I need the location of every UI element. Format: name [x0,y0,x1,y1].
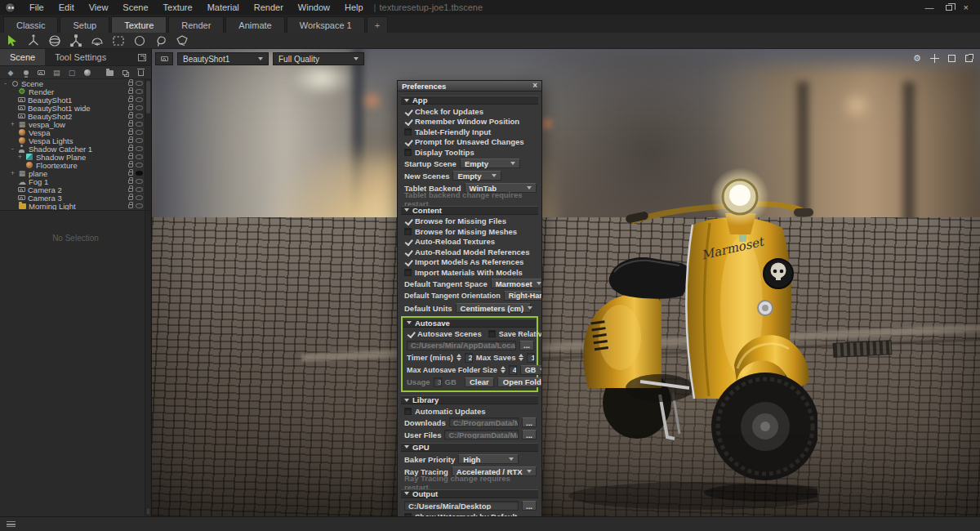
checkbox[interactable] [404,258,412,266]
visibility-eye-icon[interactable] [136,171,143,176]
visibility-eye-icon[interactable] [136,146,143,151]
new-folder-icon[interactable] [106,68,114,77]
visibility-eye-icon[interactable] [136,179,143,184]
folder-size-unit-dropdown[interactable]: GB [520,365,541,375]
minimize-button[interactable]: — [925,2,934,12]
timer-stepper[interactable] [457,354,461,361]
visibility-eye-icon[interactable] [136,105,143,110]
checkbox[interactable] [404,217,412,225]
autosave-path-field[interactable]: C:/Users/Mira/AppData/Local/Marmos [407,341,516,350]
menu-help[interactable]: Help [337,2,371,12]
add-camera-icon[interactable] [38,68,46,77]
pref-check-row[interactable]: Remember Window Position [401,117,538,127]
expand-toggle[interactable]: + [10,120,16,128]
section-header-gpu[interactable]: GPU [401,443,538,452]
polygon-select-icon[interactable] [173,33,191,48]
menu-window[interactable]: Window [291,2,337,12]
tab-tool-settings[interactable]: Tool Settings [45,49,116,65]
lock-icon[interactable] [128,90,133,94]
tree-row-plane[interactable]: +▦plane [0,169,145,177]
section-header-app[interactable]: App [401,96,538,105]
log-hamburger-icon[interactable] [7,521,16,527]
lock-icon[interactable] [128,106,133,110]
lock-icon[interactable] [128,123,133,127]
lasso-select-icon[interactable] [152,33,170,48]
new-scenes-dropdown[interactable]: Empty [452,171,501,181]
duplicate-icon[interactable] [121,68,129,77]
lock-icon[interactable] [128,155,133,159]
checkbox[interactable] [404,149,412,156]
tab-classic[interactable]: Classic [3,16,58,33]
tree-row-fog[interactable]: ☁Fog 1 [0,177,145,185]
visibility-eye-icon[interactable] [136,97,143,102]
menu-material[interactable]: Material [200,2,247,12]
pivot-tool-icon[interactable] [88,33,106,48]
close-window-button[interactable]: × [964,2,969,12]
lock-icon[interactable] [128,139,133,143]
tab-texture[interactable]: Texture [111,16,167,33]
section-header-content[interactable]: Content [401,206,538,215]
tree-row-morning-light[interactable]: Morning Light [0,202,145,210]
visibility-eye-icon[interactable] [136,203,143,208]
pref-check-row[interactable]: Display Tooltips [401,147,538,158]
lock-icon[interactable] [128,163,133,167]
menu-scene[interactable]: Scene [115,2,155,12]
tree-scrollbar[interactable] [145,79,151,210]
marquee-select-icon[interactable] [109,33,127,48]
tree-row-beautyshot1[interactable]: BeautyShot1 [0,96,145,104]
viewport-3d[interactable]: Marmoset [152,49,980,516]
pref-check-row[interactable]: Browse for Missing Meshes [401,226,538,237]
tree-row-vespa-lights[interactable]: Vespa Lights [0,136,145,145]
tab-scene[interactable]: Scene [0,49,45,65]
viewport-pan-icon[interactable] [929,53,939,63]
pref-check-row[interactable]: Browse for Missing Files [401,216,538,227]
default-units-dropdown[interactable]: Centimeters (cm) [456,303,531,313]
camera-select-dropdown[interactable]: BeautyShot1 [177,52,269,65]
baker-priority-dropdown[interactable]: High [458,454,519,464]
quality-select-dropdown[interactable]: Full Quality [273,52,364,65]
clear-button[interactable]: Clear [465,377,494,387]
visibility-eye-icon[interactable] [136,195,143,200]
expand-toggle[interactable]: - [10,145,16,153]
delete-icon[interactable] [136,68,145,77]
lock-icon[interactable] [128,188,133,192]
menu-file[interactable]: File [22,2,51,12]
lock-icon[interactable] [128,204,133,208]
startup-scene-dropdown[interactable]: Empty [460,158,520,168]
visibility-eye-icon[interactable] [136,130,143,135]
visibility-eye-icon[interactable] [136,114,143,118]
lock-icon[interactable] [128,98,133,102]
visibility-eye-icon[interactable] [136,138,143,143]
tree-row-beautyshot2[interactable]: BeautyShot2 [0,112,145,120]
menu-texture[interactable]: Texture [156,2,200,12]
user-files-path-field[interactable]: C:/ProgramData/Marmoset T- [444,430,519,440]
tree-row-vespa[interactable]: Vespa [0,128,145,136]
expand-toggle[interactable]: - [2,79,8,87]
checkbox[interactable] [404,408,412,415]
circle-select-icon[interactable] [131,33,149,48]
pref-check-row[interactable]: Import Materials With Models [401,267,538,278]
properties-scrollbar[interactable] [145,211,151,516]
menu-render[interactable]: Render [247,2,291,12]
pref-check-row[interactable]: Automatic Updates [401,406,538,417]
close-icon[interactable]: × [532,82,537,90]
add-primitive-icon[interactable]: ▢ [68,68,76,77]
lock-icon[interactable] [128,131,133,135]
add-workspace-tab-button[interactable]: + [367,16,388,33]
restore-button[interactable] [946,5,952,11]
tree-row-shadow-plane[interactable]: +Shadow Plane [0,153,145,161]
tree-row-beautyshot1-wide[interactable]: BeautyShot1 wide [0,104,145,112]
browse-button[interactable]: ... [522,501,537,511]
checkbox[interactable] [404,108,412,115]
tree-row-render[interactable]: ⚙Render [0,87,145,96]
checkbox[interactable] [404,248,412,256]
visibility-eye-icon[interactable] [136,89,143,94]
visibility-eye-icon[interactable] [136,81,143,86]
checkbox[interactable] [404,128,412,136]
tree-row-vespa-low[interactable]: +▦vespa_low [0,120,145,128]
visibility-eye-icon[interactable] [136,154,143,159]
lock-icon[interactable] [128,82,133,86]
folder-size-field[interactable]: 4.0 [509,365,517,375]
lock-icon[interactable] [128,196,133,200]
pref-check-row[interactable]: Prompt for Unsaved Changes [401,137,538,148]
